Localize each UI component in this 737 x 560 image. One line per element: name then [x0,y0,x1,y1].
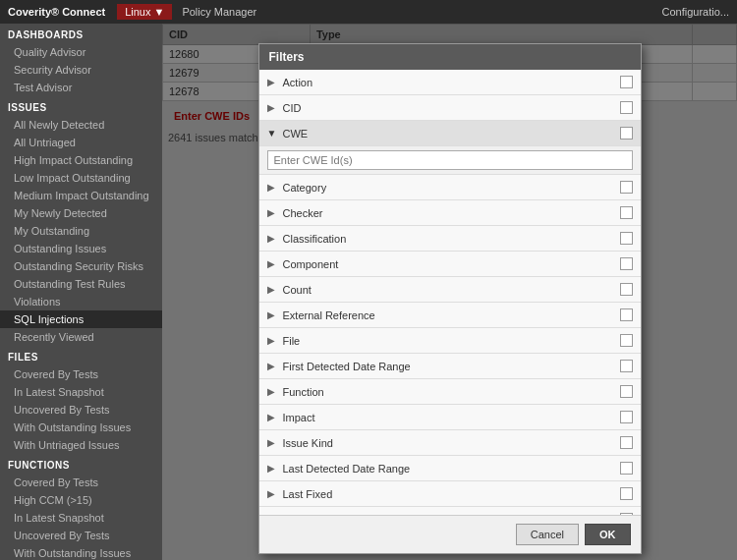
section-title-files: FILES [0,346,162,365]
expand-arrow-category: ▶ [267,182,277,193]
filter-checkbox-external-reference[interactable] [620,308,633,321]
filter-checkbox-component[interactable] [620,257,633,270]
sidebar-item-functions-latest[interactable]: In Latest Snapshot [0,509,162,527]
filter-row-classification[interactable]: ▶ Classification [259,226,641,252]
section-title-functions: FUNCTIONS [0,454,162,474]
sidebar-item-violations[interactable]: Violations [0,293,162,310]
expand-arrow-cwe: ▼ [267,128,277,139]
filter-label-issue-kind: Issue Kind [283,437,620,449]
expand-arrow-issue-kind: ▶ [267,437,277,448]
sidebar-item-all-untriaged[interactable]: All Untriaged [0,134,162,151]
modal-overlay: Filters ▶ Action ▶ CID [162,24,737,560]
sidebar-item-covered-by-tests[interactable]: Covered By Tests [0,365,162,383]
filter-label-last-fixed: Last Fixed [283,488,620,500]
linux-arrow: ▼ [153,6,164,18]
sidebar: DASHBOARDS Quality Advisor Security Advi… [0,24,162,560]
filter-panel: Filters ▶ Action ▶ CID [258,43,642,554]
sidebar-item-outstanding-test[interactable]: Outstanding Test Rules [0,275,162,293]
filter-label-file: File [283,335,620,347]
filter-row-count[interactable]: ▶ Count [259,277,641,303]
filter-label-impact: Impact [283,412,620,423]
filter-checkbox-impact[interactable] [620,411,633,423]
policy-manager-link[interactable]: Policy Manager [174,4,264,20]
cancel-button[interactable]: Cancel [516,524,579,545]
filter-row-last-triaged[interactable]: ▶ Last Triaged [259,507,641,515]
sidebar-item-in-latest-snapshot[interactable]: In Latest Snapshot [0,383,162,401]
filter-label-last-detected: Last Detected Date Range [283,463,620,475]
filter-checkbox-action[interactable] [620,76,633,88]
sidebar-item-quality-advisor[interactable]: Quality Advisor [0,43,162,61]
expand-arrow-impact: ▶ [267,412,277,422]
sidebar-item-low-impact[interactable]: Low Impact Outstanding [0,169,162,187]
sidebar-item-all-newly-detected[interactable]: All Newly Detected [0,116,162,134]
expand-arrow-last-detected: ▶ [267,463,277,474]
filter-label-cwe: CWE [283,128,620,140]
filter-checkbox-category[interactable] [620,181,633,194]
sidebar-item-outstanding-issues[interactable]: Outstanding Issues [0,240,162,257]
sidebar-item-my-newly-detected[interactable]: My Newly Detected [0,204,162,222]
cwe-input[interactable] [267,150,633,170]
filter-label-component: Component [283,258,620,270]
sidebar-item-my-outstanding[interactable]: My Outstanding [0,222,162,240]
filter-checkbox-issue-kind[interactable] [620,436,633,449]
filter-checkbox-cwe[interactable] [620,127,633,140]
sidebar-item-functions-covered[interactable]: Covered By Tests [0,474,162,491]
filter-row-checker[interactable]: ▶ Checker [259,200,641,226]
filter-label-function: Function [283,386,620,398]
sidebar-item-with-untriaged-files[interactable]: With Untriaged Issues [0,436,162,454]
cwe-input-row [259,146,641,175]
filter-checkbox-classification[interactable] [620,232,633,245]
sidebar-item-with-outstanding-files[interactable]: With Outstanding Issues [0,419,162,436]
filter-row-file[interactable]: ▶ File [259,328,641,354]
expand-arrow-count: ▶ [267,284,277,295]
sidebar-item-test-advisor[interactable]: Test Advisor [0,79,162,96]
filter-row-category[interactable]: ▶ Category [259,175,641,200]
expand-arrow-first-detected: ▶ [267,361,277,371]
sidebar-item-medium-impact[interactable]: Medium Impact Outstanding [0,187,162,204]
filter-checkbox-first-detected[interactable] [620,360,633,372]
filter-row-last-detected[interactable]: ▶ Last Detected Date Range [259,456,641,481]
sidebar-item-outstanding-security[interactable]: Outstanding Security Risks [0,257,162,275]
linux-menu[interactable]: Linux ▼ [117,4,172,20]
main-layout: DASHBOARDS Quality Advisor Security Advi… [0,24,737,560]
sidebar-item-functions-outstanding[interactable]: With Outstanding Issues [0,544,162,560]
expand-arrow-classification: ▶ [267,233,277,244]
filter-label-external-reference: External Reference [283,309,620,321]
expand-arrow-external-reference: ▶ [267,309,277,320]
filter-header: Filters [259,44,641,70]
filter-row-impact[interactable]: ▶ Impact [259,405,641,430]
filter-row-external-reference[interactable]: ▶ External Reference [259,303,641,328]
filter-checkbox-count[interactable] [620,283,633,296]
filter-row-component[interactable]: ▶ Component [259,252,641,277]
filter-row-function[interactable]: ▶ Function [259,379,641,405]
filter-checkbox-file[interactable] [620,334,633,347]
filter-footer: Cancel OK [259,515,641,553]
sidebar-item-functions-uncovered[interactable]: Uncovered By Tests [0,527,162,544]
filter-row-cwe[interactable]: ▼ CWE [259,121,641,146]
filter-row-last-fixed[interactable]: ▶ Last Fixed [259,481,641,507]
ok-button[interactable]: OK [585,524,631,545]
filter-label-cid: CID [283,102,620,114]
top-bar: Coverity® Connect Linux ▼ Policy Manager… [0,0,737,24]
filter-checkbox-checker[interactable] [620,206,633,219]
sidebar-item-security-advisor[interactable]: Security Advisor [0,61,162,79]
filter-checkbox-last-detected[interactable] [620,462,633,475]
filter-checkbox-last-fixed[interactable] [620,487,633,500]
filter-label-count: Count [283,284,620,296]
expand-arrow-cid: ▶ [267,102,277,113]
sidebar-item-high-impact[interactable]: High Impact Outstanding [0,151,162,169]
filter-checkbox-cid[interactable] [620,101,633,114]
filter-checkbox-function[interactable] [620,385,633,398]
filter-label-classification: Classification [283,233,620,245]
sidebar-item-uncovered-by-tests[interactable]: Uncovered By Tests [0,401,162,419]
filter-label-first-detected: First Detected Date Range [283,361,620,372]
filter-row-cid[interactable]: ▶ CID [259,95,641,121]
sidebar-item-high-ccm[interactable]: High CCM (>15) [0,491,162,509]
expand-arrow-action: ▶ [267,77,277,87]
sidebar-item-sql-injections[interactable]: SQL Injections [0,310,162,328]
sidebar-item-recently-viewed[interactable]: Recently Viewed [0,328,162,346]
filter-label-category: Category [283,182,620,194]
filter-row-first-detected[interactable]: ▶ First Detected Date Range [259,354,641,379]
filter-row-issue-kind[interactable]: ▶ Issue Kind [259,430,641,456]
filter-row-action[interactable]: ▶ Action [259,70,641,95]
